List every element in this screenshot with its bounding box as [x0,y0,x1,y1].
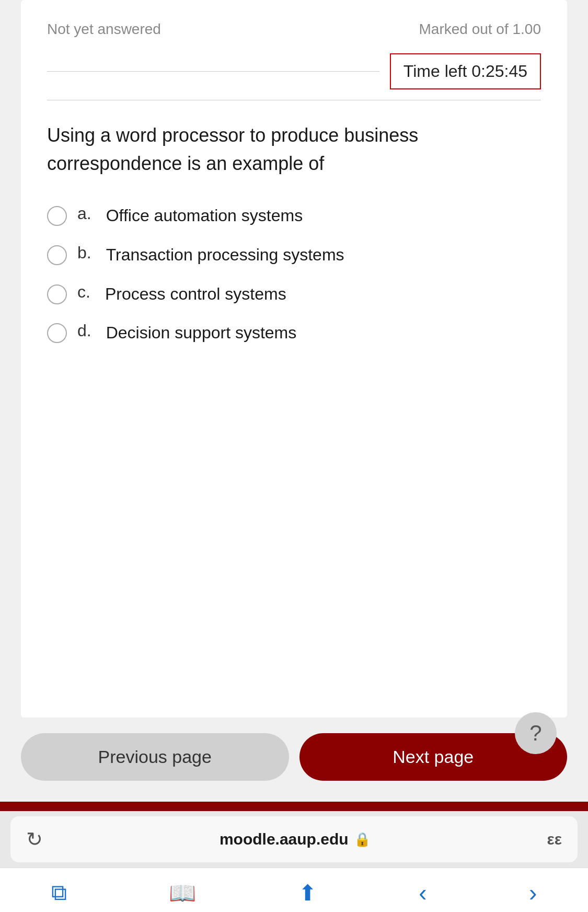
copy-icon[interactable]: ⧉ [51,880,67,905]
option-b-letter: b. [77,243,91,263]
prev-page-button[interactable]: Previous page [21,733,289,781]
radio-b[interactable] [47,245,67,265]
reload-icon[interactable]: ↻ [26,828,43,851]
system-nav: ⧉ 📖 ⬆ ‹ › [0,868,588,912]
nav-buttons: Previous page Next page [21,733,567,781]
question-text: Using a word processor to produce busine… [47,121,541,178]
browser-url: moodle.aaup.edu 🔒 [220,830,371,848]
forward-icon[interactable]: › [529,879,537,907]
timer-row: Time left 0:25:45 [47,53,541,100]
radio-c[interactable] [47,284,67,304]
radio-d[interactable] [47,323,67,343]
help-button[interactable]: ? [515,712,557,754]
question-card: Not yet answered Marked out of 1.00 Time… [21,0,567,717]
option-d[interactable]: d. Decision support systems [47,321,541,345]
option-d-text: Decision support systems [106,321,297,345]
url-text[interactable]: moodle.aaup.edu [220,830,349,848]
share-icon[interactable]: ⬆ [298,880,317,906]
answer-status: Not yet answered [47,21,161,38]
browser-bar: ↻ moodle.aaup.edu 🔒 εε [10,816,578,862]
dark-stripe [0,802,588,811]
text-size-control[interactable]: εε [547,830,562,848]
question-meta: Not yet answered Marked out of 1.00 [47,21,541,38]
option-a[interactable]: a. Office automation systems [47,204,541,227]
divider [47,71,379,72]
option-c[interactable]: c. Process control systems [47,282,541,306]
option-d-letter: d. [77,321,91,340]
option-b[interactable]: b. Transaction processing systems [47,243,541,267]
option-c-letter: c. [77,282,90,302]
option-a-letter: a. [77,204,91,223]
time-left-box: Time left 0:25:45 [390,53,541,89]
option-a-text: Office automation systems [106,204,303,227]
navigation-area: ? Previous page Next page [0,728,588,791]
options-list: a. Office automation systems b. Transact… [47,204,541,345]
book-icon[interactable]: 📖 [169,880,196,906]
option-c-text: Process control systems [105,282,286,306]
lock-icon: 🔒 [354,831,371,848]
marks-label: Marked out of 1.00 [419,21,541,38]
back-icon[interactable]: ‹ [419,879,426,907]
option-b-text: Transaction processing systems [106,243,344,267]
radio-a[interactable] [47,206,67,226]
